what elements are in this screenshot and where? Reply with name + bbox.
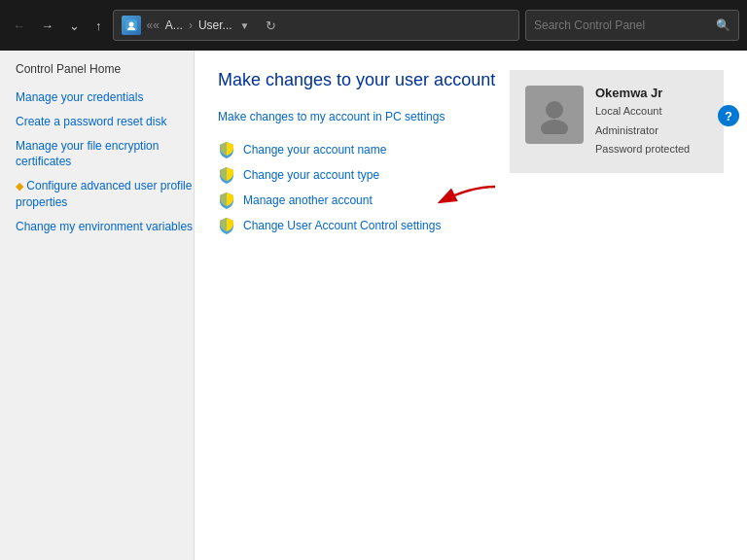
address-bar[interactable]: «« A... › User... ▼ ↻ [113,10,520,41]
sidebar-item-environment[interactable]: Change my environment variables [16,219,194,235]
sidebar: Control Panel Home Manage your credentia… [0,51,195,560]
sidebar-item-credentials[interactable]: Manage your credentials [16,89,194,106]
red-arrow-annotation [432,182,500,221]
search-bar[interactable]: 🔍 [525,10,739,41]
shield-icon-2 [218,166,235,184]
sidebar-advanced-icon: ◆ [16,180,23,192]
avatar [525,86,584,144]
breadcrumb-part1: A... [165,18,183,32]
forward-button[interactable]: → [36,15,58,37]
breadcrumb-icon [122,16,141,35]
sidebar-item-encryption[interactable]: Manage your file encryption certificates [16,138,194,171]
account-info: Okemwa Jr Local Account Administrator Pa… [595,86,690,158]
change-uac-settings-link[interactable]: Change User Account Control settings [218,217,724,234]
account-line1: Local Account [595,103,690,120]
shield-icon-4 [218,217,235,234]
account-card: Okemwa Jr Local Account Administrator Pa… [510,70,724,173]
svg-point-1 [128,22,133,27]
svg-point-2 [546,101,563,119]
titlebar: ← → ⌄ ↑ «« A... › User... ▼ ↻ 🔍 [0,0,747,51]
svg-point-3 [541,120,568,134]
back-button[interactable]: ← [8,15,30,37]
breadcrumb-arrow: › [189,18,193,32]
help-button[interactable]: ? [718,105,739,126]
main-layout: ? Control Panel Home Manage your credent… [0,51,747,560]
manage-another-wrapper: Manage another account [218,192,373,217]
search-icon: 🔍 [716,18,730,32]
breadcrumb-part2: User... [198,18,232,32]
refresh-button[interactable]: ↻ [261,15,281,37]
shield-icon-3 [218,192,235,209]
account-line2: Administrator [595,122,690,139]
breadcrumb-separator: «« [147,18,160,32]
manage-another-account-link[interactable]: Manage another account [218,192,373,209]
sidebar-item-password-reset[interactable]: Create a password reset disk [16,114,194,130]
up-button[interactable]: ↑ [90,15,107,37]
address-dropdown-button[interactable]: ▼ [238,20,252,31]
sidebar-item-advanced-profile[interactable]: ◆ Configure advanced user profile proper… [16,178,194,211]
sidebar-title: Control Panel Home [16,62,194,76]
account-line3: Password protected [595,141,690,158]
shield-icon-1 [218,141,235,158]
search-input[interactable] [534,18,710,32]
content-area: Okemwa Jr Local Account Administrator Pa… [195,51,747,560]
recent-button[interactable]: ⌄ [64,15,85,37]
account-name: Okemwa Jr [595,86,690,100]
